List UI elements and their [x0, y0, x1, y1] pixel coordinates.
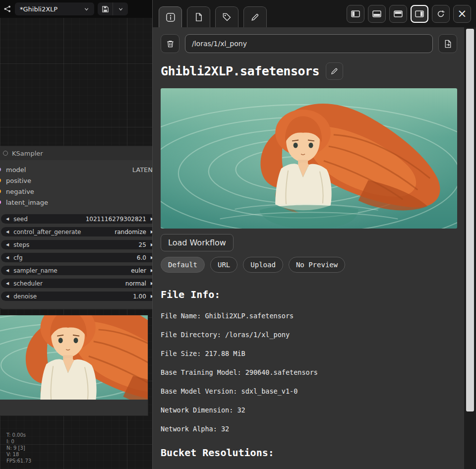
panel-scrollbar[interactable] [464, 27, 476, 469]
dock-right-button[interactable] [411, 5, 428, 23]
file-info-line: File Size: 217.88 MiB [161, 350, 457, 357]
output-slot-label: LATENT [132, 166, 152, 174]
widget-label: control_after_generate [13, 229, 81, 235]
node-canvas[interactable]: *Ghibli2XLP KSampler mod [0, 0, 152, 469]
dock-bottom-icon [372, 10, 381, 17]
widget-value: euler [131, 267, 146, 274]
dock-bottom-button[interactable] [368, 5, 386, 23]
widget-value: 1.00 [133, 293, 146, 300]
model-title: Ghibli2XLP.safetensors [161, 64, 319, 78]
widget-label: scheduler [13, 280, 43, 287]
widget-value: normal [125, 280, 146, 287]
file-info-line: Base Training Model: 290640.safetensors [161, 369, 457, 376]
conditioning-slot-icon[interactable] [0, 178, 1, 182]
input-label: model [6, 166, 26, 174]
refresh-icon [436, 9, 445, 18]
preview-url-button[interactable]: URL [210, 257, 238, 273]
save-button[interactable] [98, 2, 113, 15]
save-options-button[interactable] [113, 2, 128, 15]
node-title: KSampler [12, 150, 43, 157]
input-label: latent_image [6, 199, 48, 206]
collapse-dot-icon[interactable] [3, 151, 8, 156]
widget-value: randomize [115, 229, 146, 235]
preview-default-button[interactable]: Default [161, 257, 205, 273]
preview-artwork [161, 88, 457, 229]
preview-image-node[interactable] [0, 315, 148, 415]
widget-scheduler[interactable]: ◀ scheduler normal ▶ [1, 279, 152, 288]
model-slot-icon[interactable] [0, 168, 1, 172]
workflows-button[interactable] [3, 5, 11, 13]
refresh-button[interactable] [432, 5, 450, 23]
path-input[interactable] [185, 34, 433, 53]
panel-controls: × [347, 5, 471, 23]
increment-arrow-icon[interactable]: ▶ [151, 243, 152, 247]
decrement-arrow-icon[interactable]: ◀ [6, 230, 9, 234]
widget-control-after-generate[interactable]: ◀ control_after_generate randomize ▶ [1, 227, 152, 236]
file-info-line: File Directory: /loras/1/xl_pony [161, 331, 457, 338]
pencil-icon [250, 12, 260, 22]
increment-arrow-icon[interactable]: ▶ [151, 217, 152, 221]
decrement-arrow-icon[interactable]: ◀ [6, 217, 9, 221]
widget-label: seed [13, 216, 28, 223]
widget-cfg[interactable]: ◀ cfg 6.0 ▶ [1, 253, 152, 262]
decrement-arrow-icon[interactable]: ◀ [6, 243, 9, 247]
increment-arrow-icon[interactable]: ▶ [151, 256, 152, 260]
tab-file[interactable] [187, 6, 210, 27]
preview-upload-button[interactable]: Upload [243, 257, 283, 273]
increment-arrow-icon[interactable]: ▶ [151, 294, 152, 298]
tab-tags[interactable] [215, 6, 238, 27]
stat-line: FPS:61.73 [6, 458, 31, 464]
increment-arrow-icon[interactable]: ▶ [151, 269, 152, 273]
tab-edit[interactable] [243, 6, 267, 27]
workflow-name: *Ghibli2XLP [20, 5, 58, 13]
file-info-line: Base Model Version: sdxl_base_v1-0 [161, 388, 457, 395]
file-info-heading: File Info: [161, 289, 457, 300]
widget-label: cfg [13, 254, 22, 261]
stat-line: V: 18 [6, 451, 31, 458]
edit-title-button[interactable] [326, 62, 343, 80]
widget-seed[interactable]: ◀ seed 1021116279302821 ▶ [1, 214, 152, 224]
node-header[interactable]: KSampler [0, 146, 152, 160]
workflow-selector[interactable]: *Ghibli2XLP [15, 2, 94, 15]
close-icon: × [457, 8, 467, 19]
share-icon [3, 5, 11, 13]
node-inputs: model LATENT positive negative latent_im… [0, 160, 152, 208]
decrement-arrow-icon[interactable]: ◀ [6, 269, 9, 273]
chevron-down-icon [118, 6, 123, 12]
widget-steps[interactable]: ◀ steps 25 ▶ [1, 240, 152, 249]
delete-button[interactable] [161, 34, 179, 53]
widget-value: 6.0 [137, 254, 146, 261]
widget-denoise[interactable]: ◀ denoise 1.00 ▶ [1, 292, 152, 301]
app-window: *Ghibli2XLP KSampler mod [0, 0, 476, 469]
panel-body: Ghibli2XLP.safetensors Load Workflow Def… [153, 27, 464, 469]
widget-label: denoise [13, 293, 37, 300]
chevron-down-icon [84, 6, 89, 12]
save-button-group [98, 2, 128, 15]
scrollbar-thumb[interactable] [466, 29, 474, 411]
ksampler-node[interactable]: KSampler model LATENT positive negative [0, 146, 152, 309]
dock-top-icon [394, 10, 403, 17]
input-label: negative [6, 188, 34, 195]
input-label: positive [6, 177, 31, 184]
no-preview-button[interactable]: No Preview [289, 257, 345, 273]
input-slot-model: model LATENT [0, 164, 152, 175]
increment-arrow-icon[interactable]: ▶ [151, 282, 152, 286]
node-bottom [0, 400, 148, 415]
conditioning-slot-icon[interactable] [0, 189, 1, 193]
decrement-arrow-icon[interactable]: ◀ [6, 256, 9, 260]
dock-top-button[interactable] [389, 5, 407, 23]
close-button[interactable]: × [453, 5, 471, 23]
preview-source-buttons: Default URL Upload No Preview [161, 257, 457, 273]
tab-info[interactable] [159, 6, 182, 27]
latent-slot-icon[interactable] [0, 200, 1, 204]
export-button[interactable] [438, 34, 457, 53]
load-workflow-button[interactable]: Load Workflow [161, 234, 234, 251]
document-icon [194, 12, 203, 22]
dock-left-button[interactable] [347, 5, 364, 23]
decrement-arrow-icon[interactable]: ◀ [6, 282, 9, 286]
decrement-arrow-icon[interactable]: ◀ [6, 294, 9, 298]
node-preview-image [0, 315, 148, 400]
file-info-line: File Name: Ghibli2XLP.safetensors [161, 312, 457, 319]
widget-sampler-name[interactable]: ◀ sampler_name euler ▶ [1, 266, 152, 275]
increment-arrow-icon[interactable]: ▶ [151, 230, 152, 234]
